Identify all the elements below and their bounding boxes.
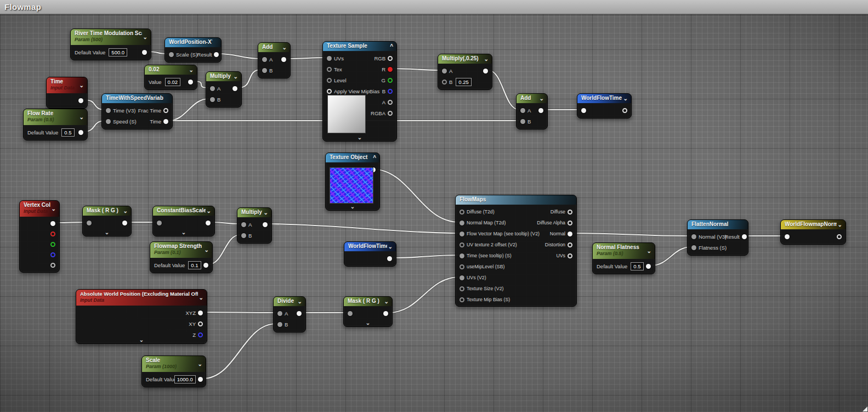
- value-field[interactable]: 1000.0: [174, 375, 196, 383]
- input-pin[interactable]: [210, 86, 215, 91]
- collapse-down-icon[interactable]: ⌄: [388, 244, 393, 249]
- expand-chevron-icon[interactable]: ⌄: [326, 204, 379, 210]
- output-pin[interactable]: [122, 221, 127, 225]
- collapse-down-icon[interactable]: ⌄: [540, 95, 544, 101]
- normal-flatness[interactable]: Normal FlatnessParam (0.5)⌄Default Value…: [592, 242, 655, 274]
- collapse-down-icon[interactable]: ⌄: [234, 74, 238, 79]
- collapse-down-icon[interactable]: ⌄: [298, 298, 302, 304]
- input-pin[interactable]: [459, 210, 464, 215]
- expand-chevron-icon[interactable]: ⌄: [83, 229, 131, 236]
- constant-0-02[interactable]: 0.02⌄Value0.02: [144, 65, 197, 90]
- worldflowtime-declare[interactable]: WorldFlowTime⌄: [577, 93, 632, 118]
- input-pin[interactable]: [327, 67, 332, 72]
- output-pin[interactable]: [198, 311, 203, 315]
- output-pin[interactable]: [214, 52, 219, 57]
- input-pin[interactable]: [241, 222, 246, 227]
- output-pin[interactable]: [568, 210, 572, 215]
- output-pin[interactable]: [78, 98, 83, 103]
- value-field[interactable]: 0.1: [188, 261, 201, 269]
- value-field[interactable]: 0.02: [165, 78, 181, 86]
- output-pin[interactable]: [50, 221, 55, 226]
- time[interactable]: TimeInput Data⌄: [46, 77, 88, 109]
- input-pin[interactable]: [459, 242, 464, 247]
- output-pin[interactable]: [388, 67, 393, 72]
- constant-bias-scale[interactable]: ConstantBiasScale⌄⌄: [152, 206, 215, 236]
- value-field[interactable]: 500.0: [109, 48, 127, 57]
- output-pin[interactable]: [388, 89, 393, 94]
- collapse-down-icon[interactable]: ⌄: [199, 295, 203, 300]
- input-pin[interactable]: [262, 68, 267, 73]
- collapse-up-icon[interactable]: ^: [373, 155, 376, 160]
- output-pin[interactable]: [388, 111, 393, 116]
- worldflowtime-use[interactable]: WorldFlowTime⌄: [344, 241, 396, 267]
- input-pin[interactable]: [169, 52, 174, 57]
- output-pin[interactable]: [281, 57, 286, 62]
- output-pin[interactable]: [622, 108, 627, 113]
- output-pin[interactable]: [50, 252, 55, 257]
- collapse-down-icon[interactable]: ⌄: [52, 206, 56, 211]
- expand-chevron-icon[interactable]: ⌄: [153, 229, 214, 236]
- expand-chevron-icon[interactable]: ⌄: [323, 134, 396, 141]
- multiply-top[interactable]: Multiply⌄AB: [206, 71, 242, 108]
- input-pin[interactable]: [459, 253, 464, 258]
- flow-rate[interactable]: Flow RateParam (0.5)⌄Default Value0.5: [23, 109, 88, 140]
- output-pin[interactable]: [163, 119, 168, 124]
- collapse-down-icon[interactable]: ⌄: [198, 361, 202, 366]
- mask-rg-1[interactable]: Mask ( R G )⌄⌄: [82, 206, 132, 236]
- input-pin[interactable]: [106, 108, 111, 113]
- expand-chevron-icon[interactable]: ⌄: [76, 337, 207, 343]
- output-pin[interactable]: [388, 56, 393, 61]
- texture-sample[interactable]: Texture Sample^UVsRGBTexRLevelGApply Vie…: [322, 41, 397, 142]
- flatten-normal[interactable]: FlattenNormalNormal (V3)ResultFlatness (…: [687, 219, 748, 256]
- value-field[interactable]: 0.5: [61, 128, 74, 137]
- expand-chevron-icon[interactable]: ⌄: [344, 320, 392, 326]
- flowmap-strength[interactable]: Flowmap StrengthParam (0.1)⌄Default Valu…: [150, 241, 213, 273]
- input-pin[interactable]: [327, 78, 332, 83]
- vertex-color[interactable]: Vertex ColorInput Data⌄: [19, 200, 60, 273]
- input-pin[interactable]: [581, 108, 586, 113]
- output-pin[interactable]: [387, 256, 392, 261]
- output-pin[interactable]: [50, 242, 55, 247]
- river-time-modulation-scale[interactable]: River Time Modulation ScaleParam (500)⌄D…: [70, 29, 151, 60]
- input-pin[interactable]: [459, 275, 464, 280]
- input-pin[interactable]: [327, 56, 332, 61]
- output-pin[interactable]: [568, 232, 572, 236]
- collapse-down-icon[interactable]: ⌄: [264, 210, 268, 215]
- collapse-down-icon[interactable]: ⌄: [205, 247, 209, 252]
- output-pin[interactable]: [388, 78, 393, 83]
- output-pin[interactable]: [198, 321, 203, 326]
- value-field[interactable]: 0.25: [456, 78, 472, 86]
- output-pin[interactable]: [78, 130, 83, 135]
- output-pin[interactable]: [568, 221, 572, 225]
- input-pin[interactable]: [262, 57, 267, 62]
- input-pin[interactable]: [691, 234, 696, 239]
- collapse-down-icon[interactable]: ⌄: [647, 248, 651, 253]
- collapse-down-icon[interactable]: ⌄: [207, 208, 211, 213]
- output-pin[interactable]: [188, 80, 193, 84]
- multiply-2[interactable]: Multiply⌄AB: [237, 207, 272, 244]
- input-pin[interactable]: [210, 97, 215, 102]
- input-pin[interactable]: [327, 89, 332, 94]
- input-pin[interactable]: [87, 221, 92, 225]
- collapse-down-icon[interactable]: ⌄: [123, 208, 128, 213]
- collapse-down-icon[interactable]: ⌄: [282, 44, 287, 50]
- add-top[interactable]: Add⌄AB: [258, 42, 291, 78]
- collapse-down-icon[interactable]: ⌄: [384, 298, 389, 304]
- input-pin[interactable]: [348, 311, 353, 316]
- input-pin[interactable]: [520, 108, 525, 113]
- output-pin[interactable]: [203, 263, 208, 268]
- input-pin[interactable]: [459, 286, 464, 291]
- output-pin[interactable]: [198, 377, 203, 382]
- output-pin[interactable]: [538, 108, 543, 113]
- input-pin[interactable]: [459, 221, 464, 225]
- output-pin[interactable]: [206, 221, 211, 225]
- input-pin[interactable]: [277, 322, 282, 327]
- divide[interactable]: Divide⌄AB: [273, 296, 306, 332]
- value-field[interactable]: 0.5: [631, 262, 643, 270]
- texture-object[interactable]: Texture Object^⌄: [325, 153, 380, 211]
- output-pin[interactable]: [232, 86, 237, 91]
- add-2[interactable]: Add⌄AB: [516, 93, 548, 129]
- collapse-down-icon[interactable]: ⌄: [838, 222, 842, 227]
- input-pin[interactable]: [520, 119, 525, 124]
- input-pin[interactable]: [459, 264, 464, 269]
